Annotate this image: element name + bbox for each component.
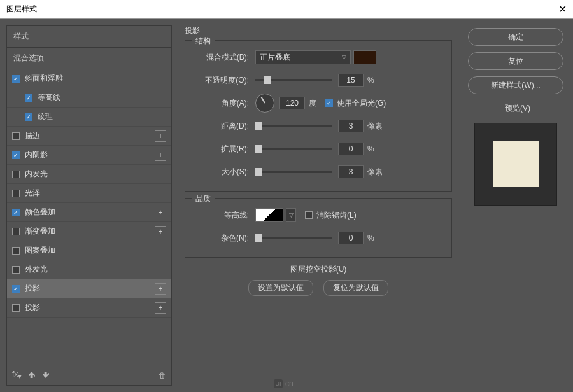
angle-input[interactable]: 120 [279, 97, 305, 109]
down-arrow-icon[interactable]: 🡻 [42, 371, 50, 380]
distance-input[interactable]: 3 [338, 120, 364, 132]
style-checkbox[interactable] [12, 75, 20, 83]
add-effect-icon[interactable]: + [155, 226, 166, 237]
angle-label: 角度(A): [194, 98, 249, 109]
style-item-11[interactable]: 投影+ [7, 279, 171, 298]
angle-dial[interactable] [255, 94, 274, 113]
noise-label: 杂色(N): [194, 233, 249, 244]
style-item-3[interactable]: 描边+ [7, 127, 171, 146]
style-checkbox[interactable] [12, 285, 20, 293]
style-item-label: 内阴影 [25, 150, 48, 160]
style-item-label: 图案叠加 [25, 245, 55, 256]
chevron-down-icon: ▽ [342, 54, 346, 60]
structure-group: 结构 混合模式(B): 正片叠底 ▽ 不透明度(O): 15 % 角度(A): … [185, 40, 452, 192]
quality-group: 品质 等高线: ▽ 消除锯齿(L) 杂色(N): 0 % [185, 198, 452, 258]
style-item-label: 内发光 [25, 169, 48, 179]
style-item-label: 等高线 [38, 92, 60, 103]
angle-row: 角度(A): 120 度 使用全局光(G) [194, 95, 442, 111]
style-item-10[interactable]: 外发光 [7, 260, 171, 279]
style-item-5[interactable]: 内发光 [7, 165, 171, 184]
knockout-row: 图层挖空投影(U) [185, 264, 452, 275]
contour-picker[interactable] [255, 208, 283, 222]
style-item-0[interactable]: 斜面和浮雕 [7, 69, 171, 88]
noise-row: 杂色(N): 0 % [194, 230, 442, 246]
size-input[interactable]: 3 [338, 165, 364, 178]
spread-input[interactable]: 0 [338, 143, 364, 155]
spread-slider[interactable] [255, 148, 332, 150]
section-title: 投影 [185, 25, 452, 36]
size-slider[interactable] [255, 171, 332, 173]
style-checkbox[interactable] [12, 151, 20, 159]
preview-box [474, 123, 557, 206]
style-checkbox[interactable] [25, 94, 32, 102]
style-checkbox[interactable] [12, 247, 20, 255]
blend-mode-row: 混合模式(B): 正片叠底 ▽ [194, 50, 442, 65]
reset-default-button[interactable]: 复位为默认值 [323, 280, 388, 296]
add-effect-icon[interactable]: + [155, 283, 166, 295]
blend-options-header[interactable]: 混合选项 [7, 48, 171, 69]
quality-label: 品质 [192, 193, 215, 204]
antialias-checkbox[interactable] [305, 211, 313, 219]
contour-row: 等高线: ▽ 消除锯齿(L) [194, 207, 442, 223]
opacity-slider[interactable] [255, 79, 332, 81]
distance-row: 距离(D): 3 像素 [194, 118, 442, 134]
size-row: 大小(S): 3 像素 [194, 164, 442, 179]
style-item-label: 描边 [25, 130, 40, 141]
style-checkbox[interactable] [12, 304, 20, 312]
styles-panel: 样式 混合选项 斜面和浮雕等高线纹理描边+内阴影+内发光光泽颜色叠加+渐变叠加+… [6, 25, 172, 386]
distance-slider[interactable] [255, 125, 332, 127]
noise-slider[interactable] [255, 237, 332, 239]
style-checkbox[interactable] [12, 209, 20, 216]
style-item-label: 投影 [25, 302, 40, 313]
add-effect-icon[interactable]: + [155, 207, 166, 218]
opacity-input[interactable]: 15 [338, 74, 364, 87]
style-checkbox[interactable] [25, 113, 32, 121]
style-item-9[interactable]: 图案叠加 [7, 241, 171, 260]
contour-dropdown[interactable]: ▽ [286, 208, 296, 222]
watermark: UI cn [274, 379, 294, 388]
style-list: 斜面和浮雕等高线纹理描边+内阴影+内发光光泽颜色叠加+渐变叠加+图案叠加外发光投… [7, 69, 171, 366]
add-effect-icon[interactable]: + [155, 150, 166, 161]
add-effect-icon[interactable]: + [155, 302, 166, 314]
styles-header[interactable]: 样式 [7, 26, 171, 48]
preview-swatch [493, 141, 539, 187]
style-checkbox[interactable] [12, 171, 20, 178]
window-title: 图层样式 [6, 4, 37, 15]
settings-panel: 投影 结构 混合模式(B): 正片叠底 ▽ 不透明度(O): 15 % 角度(A… [178, 25, 458, 386]
style-item-label: 渐变叠加 [25, 226, 55, 237]
set-default-button[interactable]: 设置为默认值 [248, 280, 313, 296]
global-light-checkbox[interactable] [325, 99, 333, 107]
style-checkbox[interactable] [12, 266, 20, 274]
style-item-8[interactable]: 渐变叠加+ [7, 222, 171, 241]
fx-icon[interactable]: fx▾ [12, 370, 22, 381]
noise-input[interactable]: 0 [338, 232, 364, 244]
style-item-label: 投影 [25, 283, 40, 294]
style-checkbox[interactable] [12, 228, 20, 235]
style-item-12[interactable]: 投影+ [7, 298, 171, 318]
style-checkbox[interactable] [12, 132, 20, 140]
style-item-6[interactable]: 光泽 [7, 184, 171, 203]
add-effect-icon[interactable]: + [155, 130, 166, 142]
trash-icon[interactable]: 🗑 [159, 371, 166, 380]
close-icon[interactable]: ✕ [558, 3, 567, 15]
style-checkbox[interactable] [12, 190, 20, 197]
preview-label: 预览(V) [505, 103, 530, 114]
style-item-1[interactable]: 等高线 [7, 88, 171, 108]
watermark-badge: UI [274, 379, 283, 388]
blend-mode-select[interactable]: 正片叠底 ▽ [255, 50, 351, 64]
preview-toggle-row: 预览(V) [501, 103, 530, 114]
knockout-label: 图层挖空投影(U) [290, 264, 347, 275]
spread-row: 扩展(R): 0 % [194, 141, 442, 157]
action-panel: 确定 复位 新建样式(W)... 预览(V) [465, 25, 567, 386]
up-arrow-icon[interactable]: 🡹 [28, 371, 36, 380]
style-item-2[interactable]: 纹理 [7, 108, 171, 127]
cancel-button[interactable]: 复位 [468, 52, 563, 70]
style-item-7[interactable]: 颜色叠加+ [7, 203, 171, 222]
ok-button[interactable]: 确定 [468, 28, 563, 46]
shadow-color-swatch[interactable] [353, 50, 376, 64]
dialog-content: 样式 混合选项 斜面和浮雕等高线纹理描边+内阴影+内发光光泽颜色叠加+渐变叠加+… [0, 19, 573, 392]
style-item-label: 外发光 [25, 264, 48, 275]
spread-label: 扩展(R): [194, 144, 249, 155]
new-style-button[interactable]: 新建样式(W)... [468, 76, 563, 94]
style-item-4[interactable]: 内阴影+ [7, 146, 171, 165]
